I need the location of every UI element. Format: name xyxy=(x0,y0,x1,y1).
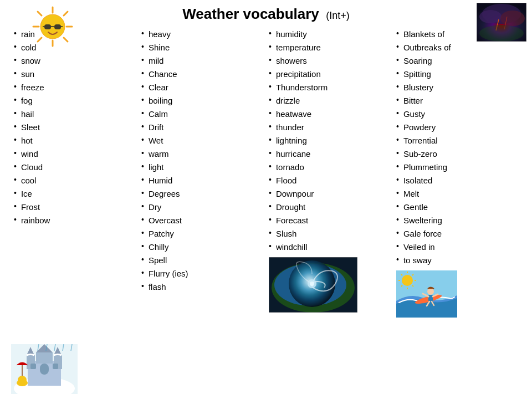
list-item: Humid xyxy=(141,175,263,186)
list-item: wind xyxy=(14,148,136,160)
svg-line-42 xyxy=(401,274,402,275)
column-4: Blankets of Outbreaks of Soaring Spittin… xyxy=(393,28,521,320)
list-item: Overcast xyxy=(141,214,263,226)
list-item: precipitation xyxy=(269,68,391,80)
list-item: Sweltering xyxy=(396,214,518,226)
svg-rect-57 xyxy=(53,364,58,369)
list-item: humidity xyxy=(269,28,391,40)
column-1: rain cold snow sun freeze fog hail Sleet… xyxy=(11,28,139,228)
column-3: humidity temperature showers precipitati… xyxy=(266,28,393,315)
list-item: Isolated xyxy=(396,175,518,186)
list-item: Sleet xyxy=(14,121,136,133)
svg-rect-10 xyxy=(54,24,61,29)
list-item: sun xyxy=(14,68,136,80)
list-item: Shine xyxy=(141,42,263,53)
list-item: hail xyxy=(14,108,136,120)
list-item: Chilly xyxy=(141,241,263,253)
list-item: hurricane xyxy=(269,148,391,160)
list-item: Forecast xyxy=(269,214,391,226)
list-item: drizzle xyxy=(269,95,391,106)
hurricane-image xyxy=(269,257,391,315)
svg-line-45 xyxy=(401,285,402,287)
svg-point-37 xyxy=(402,275,413,286)
list-item: Chance xyxy=(141,68,263,80)
list-item: Plummeting xyxy=(396,161,518,173)
list-item: Sub-zero xyxy=(396,148,518,160)
list-item: Ice xyxy=(14,188,136,200)
list-item: Drift xyxy=(141,121,263,133)
word-list-3: humidity temperature showers precipitati… xyxy=(269,28,391,253)
list-item: Calm xyxy=(141,108,263,120)
list-item: lightning xyxy=(269,135,391,146)
list-item: Downpour xyxy=(269,188,391,200)
list-item: thunder xyxy=(269,121,391,133)
list-item: Flood xyxy=(269,175,391,186)
list-item: Outbreaks of xyxy=(396,42,518,53)
list-item: Wet xyxy=(141,135,263,146)
svg-point-27 xyxy=(310,282,314,286)
list-item: tornado xyxy=(269,161,391,173)
list-item: Veiled in xyxy=(396,241,518,253)
vocabulary-content: rain cold snow sun freeze fog hail Sleet… xyxy=(11,28,521,320)
svg-point-59 xyxy=(17,380,28,386)
list-item: to sway xyxy=(396,254,518,266)
list-item: mild xyxy=(141,55,263,66)
list-item: Clear xyxy=(141,81,263,93)
svg-rect-32 xyxy=(428,295,433,301)
list-item: Bitter xyxy=(396,95,518,106)
svg-line-43 xyxy=(412,285,413,287)
list-item: Gusty xyxy=(396,108,518,120)
list-item: rainbow xyxy=(14,214,136,226)
list-item: freeze xyxy=(14,81,136,93)
svg-rect-9 xyxy=(44,24,51,29)
word-list-4: Blankets of Outbreaks of Soaring Spittin… xyxy=(396,28,518,266)
list-item: Spitting xyxy=(396,68,518,80)
list-item: Patchy xyxy=(141,228,263,239)
list-item: heavy xyxy=(141,28,263,40)
column-2: heavy Shine mild Chance Clear boiling Ca… xyxy=(139,28,266,294)
list-item: Melt xyxy=(396,188,518,200)
list-item: boiling xyxy=(141,95,263,106)
list-item: temperature xyxy=(269,42,391,53)
winter-scene-image xyxy=(11,344,78,396)
list-item: light xyxy=(141,161,263,173)
list-item: fog xyxy=(14,95,136,106)
svg-line-44 xyxy=(412,274,413,275)
svg-line-7 xyxy=(38,38,42,42)
list-item: Dry xyxy=(141,201,263,213)
page-header: Weather vocabulary (Int+) xyxy=(11,6,521,23)
list-item: Spell xyxy=(141,254,263,266)
list-item: warm xyxy=(141,148,263,160)
list-item: Soaring xyxy=(396,55,518,66)
list-item: Cloud xyxy=(14,161,136,173)
list-item: windchill xyxy=(269,241,391,253)
svg-rect-56 xyxy=(30,364,36,369)
list-item: Thunderstorm xyxy=(269,81,391,93)
list-item: showers xyxy=(269,55,391,66)
list-item: hot xyxy=(14,135,136,146)
list-item: Slush xyxy=(269,228,391,239)
svg-point-20 xyxy=(479,25,524,42)
list-item: Drought xyxy=(269,201,391,213)
list-item: Torrential xyxy=(396,135,518,146)
list-item: flash xyxy=(141,281,263,293)
svg-rect-51 xyxy=(36,352,53,364)
list-item: Flurry (ies) xyxy=(141,268,263,279)
list-item: Gale force xyxy=(396,228,518,239)
list-item: Gentle xyxy=(396,201,518,213)
surfer-image xyxy=(396,270,518,320)
list-item: Blustery xyxy=(396,81,518,93)
list-item: Frost xyxy=(14,201,136,213)
word-list-2: heavy Shine mild Chance Clear boiling Ca… xyxy=(141,28,263,293)
svg-rect-55 xyxy=(40,364,49,375)
svg-point-31 xyxy=(427,288,434,295)
list-item: cool xyxy=(14,175,136,186)
list-item: Powdery xyxy=(396,121,518,133)
word-list-1: rain cold snow sun freeze fog hail Sleet… xyxy=(14,28,136,226)
svg-line-5 xyxy=(64,38,68,42)
page-title: Weather vocabulary (Int+) xyxy=(182,6,350,23)
list-item: snow xyxy=(14,55,136,66)
page: Weather vocabulary (Int+) rain cold snow… xyxy=(0,0,532,399)
list-item: heatwave xyxy=(269,108,391,120)
list-item: Degrees xyxy=(141,188,263,200)
